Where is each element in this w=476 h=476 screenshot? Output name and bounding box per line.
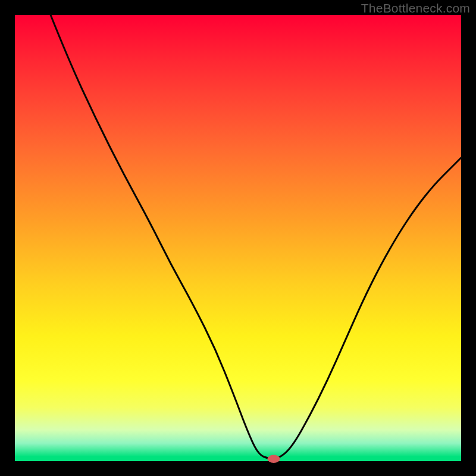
bottleneck-chart-svg <box>15 15 461 461</box>
bottleneck-curve-line <box>51 15 461 459</box>
watermark-text: TheBottleneck.com <box>361 1 470 15</box>
plot-area <box>15 15 461 461</box>
chart-frame: TheBottleneck.com <box>0 0 476 476</box>
min-marker-icon <box>268 455 280 464</box>
